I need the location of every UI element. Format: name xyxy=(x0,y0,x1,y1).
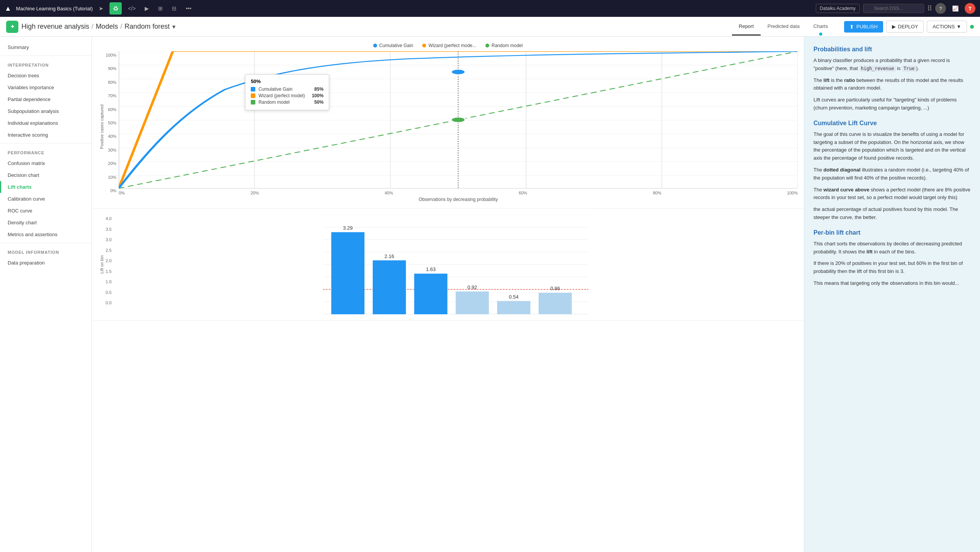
sub-logo-icon: ✦ xyxy=(10,23,15,30)
sidebar-item-summary[interactable]: Summary xyxy=(0,41,91,53)
per-bin-axes-wrap: Lift on bin 4.0 3.5 3.0 2.5 2.0 1.5 1.0 … xyxy=(98,215,798,314)
legend-cumulative-gain-label: Cumulative Gain xyxy=(379,43,413,48)
sidebar-item-decision-chart[interactable]: Decision chart xyxy=(0,169,91,181)
sidebar-item-decision-trees[interactable]: Decision trees xyxy=(0,70,91,82)
y-tick-100: 100% xyxy=(106,53,116,57)
trending-icon-btn[interactable]: 📈 xyxy=(949,3,962,14)
chart-tooltip: 50% Cumulative Gain 85% Wizard (perfect … xyxy=(245,74,329,110)
bar-2 xyxy=(373,260,406,314)
sidebar-section-model-info: MODEL INFORMATION xyxy=(0,245,91,257)
sidebar-item-confusion-matrix[interactable]: Confusion matrix xyxy=(0,157,91,169)
avatar-button[interactable]: T xyxy=(965,3,975,14)
sidebar-item-individual-explanations[interactable]: Individual explanations xyxy=(0,117,91,129)
panel-para-per-bin-2: If there is 20% of positives in your tes… xyxy=(813,260,971,276)
panel-para-cumulative-2: The dotted diagonal illustrates a random… xyxy=(813,166,971,182)
legend-wizard-label: Wizard (perfect mode... xyxy=(428,43,476,48)
lift-svg-wrap: 50% Cumulative Gain 85% Wizard (perfect … xyxy=(119,51,798,202)
sidebar-item-density-chart[interactable]: Density chart xyxy=(0,217,91,229)
bar-5 xyxy=(497,301,531,314)
sidebar-item-variables-importance[interactable]: Variables importance xyxy=(0,82,91,93)
panel-title-probabilities: Probabilities and lift xyxy=(813,46,971,53)
panel-para-prob-2: The lift is the ratio between the result… xyxy=(813,77,971,93)
code-icon-btn[interactable]: </> xyxy=(125,3,139,14)
panel-para-per-bin-3: This means that targeting only the obser… xyxy=(813,279,971,287)
grid2-icon-btn[interactable]: ⊟ xyxy=(169,3,180,14)
play-icon-btn[interactable]: ▶ xyxy=(142,3,152,14)
panel-para-per-bin-1: This chart sorts the observations by dec… xyxy=(813,240,971,256)
app-logo: ▲ xyxy=(5,5,11,13)
x-tick-100: 100% xyxy=(787,191,798,195)
deploy-button[interactable]: ▶ DEPLOY xyxy=(886,21,924,33)
tab-charts[interactable]: Charts xyxy=(807,18,835,36)
per-bin-chart: Lift on bin 4.0 3.5 3.0 2.5 2.0 1.5 1.0 … xyxy=(92,209,804,321)
sidebar-item-interactive-scoring[interactable]: Interactive scoring xyxy=(0,129,91,141)
breadcrumb-models[interactable]: Models xyxy=(96,23,118,31)
right-panel: Probabilities and lift A binary classifi… xyxy=(804,37,980,552)
actions-caret-icon: ▼ xyxy=(956,24,961,29)
more-icon-btn[interactable]: ••• xyxy=(183,3,194,14)
panel-para-cumulative-3: The wizard curve above shows a perfect m… xyxy=(813,186,971,202)
per-bin-chart-svg[interactable]: 3.29 2.16 1.63 0.92 xyxy=(114,215,798,314)
tab-predicted-data[interactable]: Predicted data xyxy=(761,18,807,36)
x-tick-80: 80% xyxy=(653,191,661,195)
breadcrumb-project[interactable]: High revenue analysis xyxy=(21,23,89,31)
tooltip-random-label: Random model xyxy=(258,100,311,105)
sidebar-item-metrics[interactable]: Metrics and assertions xyxy=(0,229,91,240)
chevron-down-icon: ▼ xyxy=(171,24,176,30)
svg-text:1.63: 1.63 xyxy=(426,266,436,272)
panel-para-prob-3: Lift curves are particularly useful for … xyxy=(813,96,971,112)
layers-icon-btn[interactable]: ⊞ xyxy=(155,3,166,14)
tooltip-header: 50% xyxy=(251,78,323,84)
sidebar-divider-2 xyxy=(0,143,91,144)
x-axis-label: Observations by decreasing probability xyxy=(119,197,798,202)
publish-button[interactable]: ⬆ PUBLISH xyxy=(844,21,883,33)
sidebar-item-lift-charts[interactable]: Lift charts xyxy=(0,181,91,193)
sidebar-item-subpopulation[interactable]: Subpopulation analysis xyxy=(0,105,91,117)
wizard-dot xyxy=(422,44,426,47)
sub-tabs: Report Predicted data Charts xyxy=(732,18,835,36)
search-input[interactable] xyxy=(863,4,924,13)
sub-logo: ✦ xyxy=(6,21,18,33)
sidebar-section-interpretation: INTERPRETATION xyxy=(0,58,91,70)
svg-text:0.54: 0.54 xyxy=(509,294,519,300)
tooltip-random-val: 50% xyxy=(314,100,323,105)
panel-section-probabilities: Probabilities and lift A binary classifi… xyxy=(813,46,971,112)
y-tick-40: 40% xyxy=(108,134,116,139)
sidebar: Summary INTERPRETATION Decision trees Va… xyxy=(0,37,92,552)
send-icon-btn[interactable]: ➤ xyxy=(96,3,106,14)
sidebar-item-partial-dependence[interactable]: Partial dependence xyxy=(0,93,91,105)
sub-header: ✦ High revenue analysis / Models / Rando… xyxy=(0,17,980,37)
main-layout: Summary INTERPRETATION Decision trees Va… xyxy=(0,37,980,552)
x-tick-20: 20% xyxy=(250,191,259,195)
y-tick-30: 30% xyxy=(108,148,116,152)
tooltip-random-color xyxy=(251,100,255,105)
academy-button[interactable]: Dataiku Academy xyxy=(816,4,860,13)
sidebar-item-calibration-curve[interactable]: Calibration curve xyxy=(0,193,91,205)
sidebar-divider-3 xyxy=(0,243,91,243)
recycle-icon-btn[interactable]: ♻ xyxy=(109,2,122,15)
tab-report[interactable]: Report xyxy=(732,18,761,36)
panel-section-per-bin: Per-bin lift chart This chart sorts the … xyxy=(813,229,971,287)
breadcrumb-model[interactable]: Random forest ▼ xyxy=(124,23,176,31)
y-tick-60: 60% xyxy=(108,107,116,112)
legend-cumulative-gain: Cumulative Gain xyxy=(373,43,413,48)
bar-4 xyxy=(456,291,489,314)
x-tick-40: 40% xyxy=(385,191,393,195)
breadcrumb-sep-1: / xyxy=(91,23,93,31)
sidebar-item-data-preparation[interactable]: Data preparation xyxy=(0,257,91,269)
sidebar-divider-1 xyxy=(0,56,91,56)
per-bin-y-ticks: 4.0 3.5 3.0 2.5 2.0 1.5 1.0 0.5 0.0 xyxy=(106,215,114,314)
panel-title-cumulative: Cumulative Lift Curve xyxy=(813,120,971,127)
panel-para-cumulative-1: The goal of this curve is to visualize t… xyxy=(813,131,971,162)
x-tick-60: 60% xyxy=(519,191,527,195)
y-tick-0: 0% xyxy=(110,188,116,193)
top-nav: ▲ Machine Learning Basics (Tutorial) ➤ ♻… xyxy=(0,0,980,17)
search-wrap: 🔍 xyxy=(863,4,924,13)
actions-button[interactable]: ACTIONS ▼ xyxy=(927,21,967,33)
lift-chart-svg[interactable] xyxy=(119,51,798,189)
tooltip-cumulative-label: Cumulative Gain xyxy=(258,87,311,92)
help-button[interactable]: ? xyxy=(935,3,946,14)
grid-icon-btn[interactable]: ⠿ xyxy=(927,4,932,13)
sidebar-item-roc-curve[interactable]: ROC curve xyxy=(0,205,91,217)
random-dot xyxy=(485,44,489,47)
